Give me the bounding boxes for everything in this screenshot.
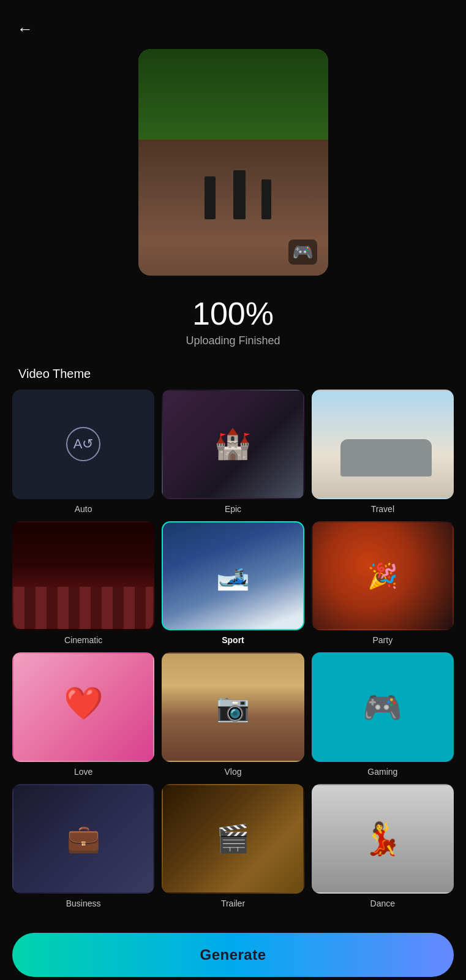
theme-thumb-trailer: [162, 784, 304, 894]
theme-label-sport: Sport: [222, 635, 244, 645]
theme-thumb-party: [312, 521, 454, 631]
theme-thumb-auto: A↺: [12, 390, 154, 499]
theme-label-love: Love: [74, 767, 92, 777]
theme-label-business: Business: [66, 899, 101, 908]
progress-section: 100% Uploading Finished: [0, 276, 466, 355]
theme-label-epic: Epic: [225, 504, 241, 514]
theme-thumb-cinematic: [12, 521, 154, 631]
theme-item-love[interactable]: Love: [12, 652, 154, 777]
theme-item-dance[interactable]: Dance: [312, 784, 454, 908]
video-theme-title: Video Theme: [0, 355, 466, 390]
theme-item-business[interactable]: Business: [12, 784, 154, 908]
theme-item-auto[interactable]: A↺ Auto: [12, 390, 154, 514]
theme-thumb-dance: [312, 784, 454, 894]
theme-thumb-gaming: [312, 652, 454, 762]
theme-label-dance: Dance: [370, 899, 395, 908]
theme-grid: A↺ Auto Epic Travel Cinematic Sport Part…: [0, 390, 466, 908]
progress-percent: 100%: [0, 295, 466, 332]
progress-label: Uploading Finished: [0, 334, 466, 347]
theme-item-epic[interactable]: Epic: [162, 390, 304, 514]
theme-thumb-sport: [162, 521, 304, 631]
generate-section: Generate: [0, 908, 466, 980]
theme-thumb-vlog: [162, 652, 304, 762]
preview-thumbnail: [138, 49, 328, 276]
auto-bg: A↺: [13, 391, 153, 498]
theme-thumb-travel: [312, 390, 454, 499]
theme-item-gaming[interactable]: Gaming: [312, 652, 454, 777]
theme-item-vlog[interactable]: Vlog: [162, 652, 304, 777]
theme-label-trailer: Trailer: [221, 899, 245, 908]
theme-label-cinematic: Cinematic: [64, 635, 102, 645]
generate-button[interactable]: Generate: [12, 933, 454, 977]
auto-icon: A↺: [66, 427, 100, 461]
theme-thumb-business: [12, 784, 154, 894]
preview-container: [0, 0, 466, 276]
theme-item-travel[interactable]: Travel: [312, 390, 454, 514]
theme-thumb-epic: [162, 390, 304, 499]
theme-label-party: Party: [372, 635, 393, 645]
theme-item-trailer[interactable]: Trailer: [162, 784, 304, 908]
theme-item-party[interactable]: Party: [312, 521, 454, 646]
theme-thumb-love: [12, 652, 154, 762]
theme-item-sport[interactable]: Sport: [162, 521, 304, 646]
theme-label-auto: Auto: [75, 504, 92, 514]
theme-item-cinematic[interactable]: Cinematic: [12, 521, 154, 646]
preview-image: [138, 49, 328, 276]
theme-label-travel: Travel: [371, 504, 394, 514]
theme-label-vlog: Vlog: [224, 767, 241, 777]
theme-label-gaming: Gaming: [367, 767, 397, 777]
back-button[interactable]: ←: [17, 20, 33, 39]
